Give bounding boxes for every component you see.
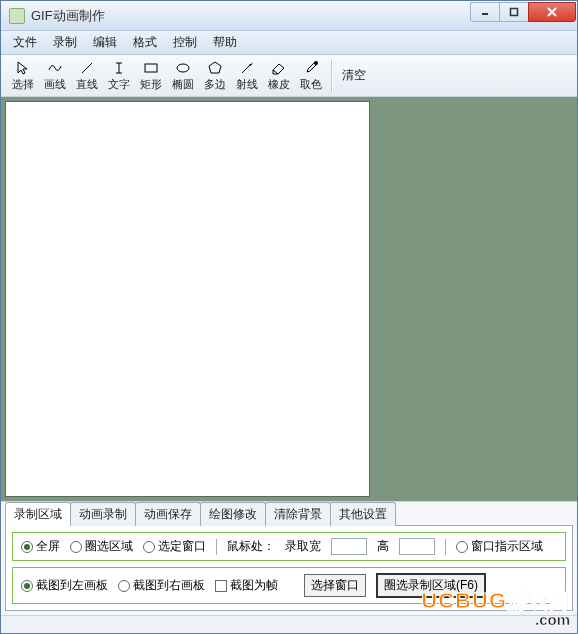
toolbar-separator bbox=[331, 60, 333, 92]
statusbar bbox=[1, 615, 577, 633]
svg-rect-1 bbox=[511, 8, 518, 15]
titlebar: GIF动画制作 bbox=[1, 1, 577, 31]
app-window: GIF动画制作 文件 录制 编辑 格式 控制 帮助 选择 画线 bbox=[0, 0, 578, 634]
tab-record-area[interactable]: 录制区域 bbox=[5, 502, 71, 526]
btn-pick-window[interactable]: 选择窗口 bbox=[304, 574, 366, 597]
close-icon bbox=[546, 6, 558, 18]
tool-ray[interactable]: 射线 bbox=[231, 58, 263, 94]
cursor-icon bbox=[15, 60, 31, 76]
svg-line-13 bbox=[273, 70, 278, 74]
tool-polygon[interactable]: 多边 bbox=[199, 58, 231, 94]
svg-line-4 bbox=[82, 63, 92, 73]
tool-select[interactable]: 选择 bbox=[7, 58, 39, 94]
squiggle-icon bbox=[47, 60, 63, 76]
tab-clear-bg[interactable]: 清除背景 bbox=[265, 502, 331, 526]
check-asframe[interactable]: 截图为帧 bbox=[215, 577, 278, 594]
menu-help[interactable]: 帮助 bbox=[205, 32, 245, 53]
tool-ellipse[interactable]: 椭圆 bbox=[167, 58, 199, 94]
radio-boxselect[interactable]: 圈选区域 bbox=[70, 538, 133, 555]
tool-text[interactable]: 文字 bbox=[103, 58, 135, 94]
app-icon bbox=[9, 8, 25, 24]
canvas-area bbox=[1, 97, 577, 501]
radio-indicator[interactable]: 窗口指示区域 bbox=[456, 538, 543, 555]
radio-fullscreen[interactable]: 全屏 bbox=[21, 538, 60, 555]
radio-pickwindow[interactable]: 选定窗口 bbox=[143, 538, 206, 555]
tool-dropper[interactable]: 取色 bbox=[295, 58, 327, 94]
menu-record[interactable]: 录制 bbox=[45, 32, 85, 53]
dropper-icon bbox=[303, 60, 319, 76]
line-icon bbox=[79, 60, 95, 76]
polygon-icon bbox=[207, 60, 223, 76]
tool-line[interactable]: 直线 bbox=[71, 58, 103, 94]
btn-box-record[interactable]: 圈选录制区域(F6) bbox=[376, 573, 486, 598]
tab-other[interactable]: 其他设置 bbox=[330, 502, 396, 526]
minimize-button[interactable] bbox=[470, 2, 500, 22]
radio-cap-right[interactable]: 截图到右画板 bbox=[118, 577, 205, 594]
tool-rect[interactable]: 矩形 bbox=[135, 58, 167, 94]
window-buttons bbox=[471, 2, 576, 22]
tab-panel: 全屏 圈选区域 选定窗口 鼠标处： 录取宽 高 窗口指示区域 截图到左画板 截图… bbox=[5, 525, 573, 611]
bottom-panel: 录制区域 动画录制 动画保存 绘图修改 清除背景 其他设置 全屏 圈选区域 选定… bbox=[1, 501, 577, 615]
radio-cap-left[interactable]: 截图到左画板 bbox=[21, 577, 108, 594]
row-region: 全屏 圈选区域 选定窗口 鼠标处： 录取宽 高 窗口指示区域 bbox=[12, 532, 566, 561]
tool-freehand[interactable]: 画线 bbox=[39, 58, 71, 94]
menu-control[interactable]: 控制 bbox=[165, 32, 205, 53]
minimize-icon bbox=[480, 7, 490, 17]
menu-file[interactable]: 文件 bbox=[5, 32, 45, 53]
divider bbox=[216, 539, 217, 555]
tabs: 录制区域 动画录制 动画保存 绘图修改 清除背景 其他设置 bbox=[5, 504, 573, 526]
svg-rect-8 bbox=[145, 64, 157, 72]
rec-height-input[interactable] bbox=[399, 538, 435, 555]
svg-point-9 bbox=[177, 64, 189, 72]
window-title: GIF动画制作 bbox=[31, 7, 471, 25]
rec-width-input[interactable] bbox=[331, 538, 367, 555]
ray-icon bbox=[239, 60, 255, 76]
menu-edit[interactable]: 编辑 bbox=[85, 32, 125, 53]
close-button[interactable] bbox=[528, 2, 576, 22]
divider bbox=[445, 539, 446, 555]
svg-line-11 bbox=[242, 64, 251, 73]
tab-anim-save[interactable]: 动画保存 bbox=[135, 502, 201, 526]
tab-draw-modify[interactable]: 绘图修改 bbox=[200, 502, 266, 526]
maximize-button[interactable] bbox=[499, 2, 529, 22]
rect-icon bbox=[143, 60, 159, 76]
ellipse-icon bbox=[175, 60, 191, 76]
ibeam-icon bbox=[111, 60, 127, 76]
eraser-icon bbox=[270, 60, 288, 76]
canvas[interactable] bbox=[5, 101, 370, 497]
menubar: 文件 录制 编辑 格式 控制 帮助 bbox=[1, 31, 577, 55]
row-capture: 截图到左画板 截图到右画板 截图为帧 选择窗口 圈选录制区域(F6) bbox=[12, 567, 566, 604]
tool-eraser[interactable]: 橡皮 bbox=[263, 58, 295, 94]
clear-button[interactable]: 清空 bbox=[337, 67, 371, 84]
svg-point-14 bbox=[314, 61, 318, 65]
svg-marker-10 bbox=[209, 62, 221, 73]
tab-anim-record[interactable]: 动画录制 bbox=[70, 502, 136, 526]
maximize-icon bbox=[509, 7, 519, 17]
menu-format[interactable]: 格式 bbox=[125, 32, 165, 53]
rec-height-label: 高 bbox=[377, 538, 389, 555]
mouse-label: 鼠标处： bbox=[227, 538, 275, 555]
toolbar: 选择 画线 直线 文字 矩形 椭圆 多边 射线 bbox=[1, 55, 577, 97]
rec-width-label: 录取宽 bbox=[285, 538, 321, 555]
